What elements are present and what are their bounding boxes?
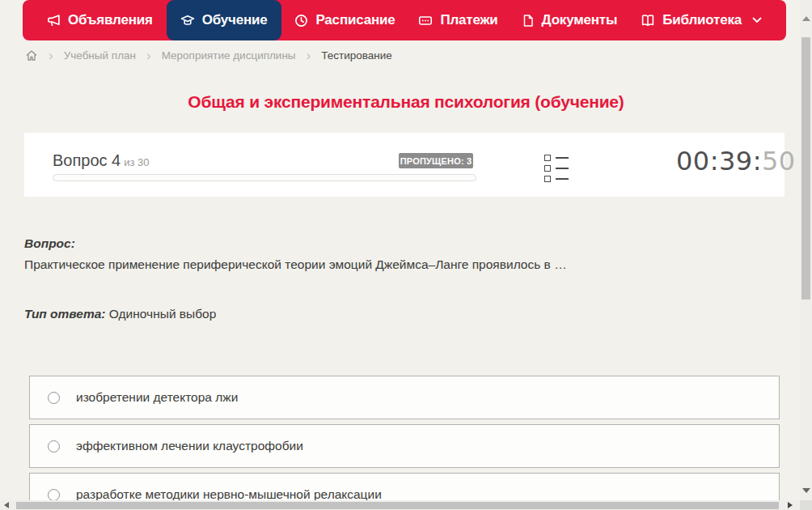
question-number: Вопрос 4из 30 <box>53 151 150 170</box>
scrollbar-corner <box>800 500 812 510</box>
timer: 00:39:50 <box>676 146 797 176</box>
nav-item-label: Платежи <box>440 12 497 28</box>
chevron-down-icon <box>752 17 762 23</box>
nav-item-label: Обучение <box>202 12 268 28</box>
document-icon <box>522 14 535 28</box>
skipped-badge: ПРОПУЩЕНО: 3 <box>399 153 473 168</box>
radio-icon[interactable] <box>48 392 60 404</box>
answer-options: изобретении детектора лжи эффективном ле… <box>29 376 780 510</box>
nav-item-payments[interactable]: Платежи <box>408 0 507 40</box>
nav-item-announcements[interactable]: Объявления <box>37 0 163 40</box>
scroll-down-arrow-icon[interactable] <box>802 488 810 493</box>
breadcrumb-separator: › <box>49 50 53 61</box>
main-navbar: Объявления Обучение Расписание Платежи Д… <box>23 0 786 40</box>
answer-option-label: изобретении детектора лжи <box>76 390 238 405</box>
nav-item-label: Библиотека <box>662 12 742 28</box>
answer-option-2[interactable]: эффективном лечении клаустрофобии <box>29 424 780 468</box>
clock-icon <box>294 14 308 28</box>
breadcrumb-separator: › <box>146 50 151 61</box>
question-text: Практическое применение периферической т… <box>24 257 752 272</box>
question-label: Вопрос: <box>24 236 75 251</box>
nav-item-library[interactable]: Библиотека <box>631 0 772 40</box>
question-of-total: из 30 <box>124 156 149 168</box>
scroll-up-arrow-icon[interactable] <box>802 16 810 21</box>
breadcrumb-curriculum[interactable]: Учебный план <box>64 49 136 62</box>
nav-item-learning[interactable]: Обучение <box>167 0 281 40</box>
nav-item-label: Документы <box>542 12 618 28</box>
vertical-scrollbar-thumb[interactable] <box>801 37 810 300</box>
timer-seconds: 50 <box>762 146 796 176</box>
test-page: Объявления Обучение Расписание Платежи Д… <box>0 0 812 510</box>
horizontal-scrollbar[interactable] <box>0 500 800 510</box>
answer-type-row: Тип ответа: Одиночный выбор <box>24 307 216 321</box>
breadcrumb-discipline-event[interactable]: Мероприятие дисциплины <box>162 49 296 62</box>
scroll-left-arrow-icon[interactable] <box>4 502 9 508</box>
graduation-cap-icon <box>180 14 195 28</box>
breadcrumb-testing: Тестирование <box>321 49 392 62</box>
payments-icon <box>418 14 433 28</box>
horizontal-scrollbar-thumb[interactable] <box>16 502 779 509</box>
answer-type-label: Тип ответа: <box>24 307 106 321</box>
radio-icon[interactable] <box>48 440 60 453</box>
nav-item-documents[interactable]: Документы <box>512 0 628 40</box>
question-progress-bar <box>53 174 476 181</box>
nav-item-label: Расписание <box>315 12 395 28</box>
scroll-right-arrow-icon[interactable] <box>788 502 793 508</box>
list-icon[interactable] <box>544 155 569 182</box>
book-icon <box>641 14 655 28</box>
answer-type-value: Одиночный выбор <box>109 307 217 321</box>
answer-option-1[interactable]: изобретении детектора лжи <box>29 376 780 419</box>
vertical-scrollbar[interactable] <box>800 0 812 500</box>
nav-item-schedule[interactable]: Расписание <box>285 0 404 40</box>
answer-option-label: эффективном лечении клаустрофобии <box>76 439 303 453</box>
megaphone-icon <box>47 14 61 28</box>
breadcrumb-separator: › <box>307 50 311 61</box>
page-title: Общая и экспериментальная психология (об… <box>0 92 812 112</box>
home-icon[interactable] <box>25 49 38 62</box>
question-header-card: Вопрос 4из 30 ПРОПУЩЕНО: 3 00:39:50 <box>24 133 785 197</box>
breadcrumb: › Учебный план › Мероприятие дисциплины … <box>25 49 392 62</box>
nav-item-label: Объявления <box>68 12 153 28</box>
radio-icon[interactable] <box>48 489 60 501</box>
timer-hours-minutes: 00:39: <box>676 146 762 176</box>
